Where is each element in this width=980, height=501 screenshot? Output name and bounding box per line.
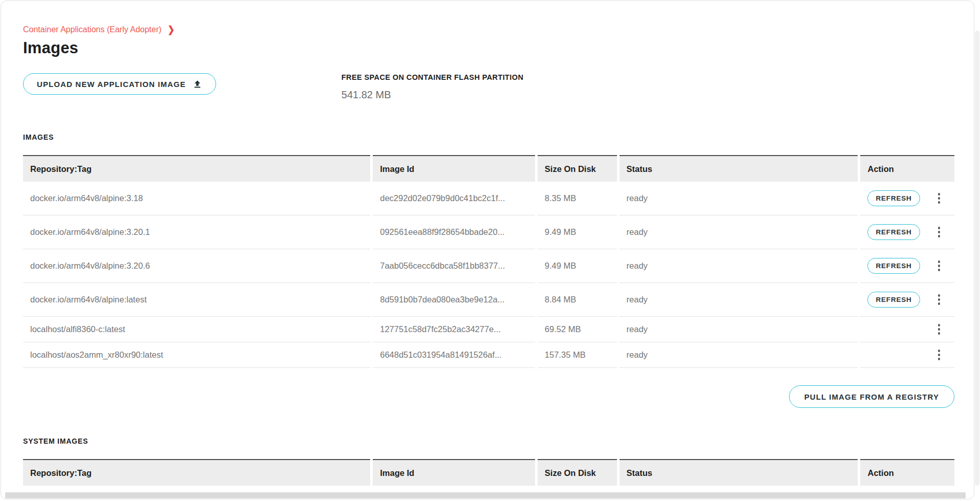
- images-section-title: IMAGES: [23, 133, 954, 141]
- free-space-block: FREE SPACE ON CONTAINER FLASH PARTITION …: [342, 73, 524, 101]
- cell-status: ready: [620, 249, 858, 283]
- column-header-status: Status: [620, 155, 858, 182]
- system-images-table-header-row: Repository:Tag Image Id Size On Disk Sta…: [23, 459, 954, 486]
- table-row: localhost/alfi8360-c:latest 127751c58d7f…: [23, 317, 954, 342]
- table-row: localhost/aos2amm_xr80xr90:latest 6648d5…: [23, 342, 954, 368]
- cell-action: REFRESH: [860, 283, 954, 317]
- cell-action: REFRESH: [860, 182, 954, 215]
- main-panel: Container Applications (Early Adopter) ❯…: [1, 1, 974, 499]
- column-header-status: Status: [620, 459, 858, 486]
- cell-image-id: 127751c58d7fc25b2ac34277e...: [373, 317, 535, 342]
- refresh-button[interactable]: REFRESH: [867, 224, 920, 240]
- cell-action: [860, 342, 954, 368]
- column-header-repository-tag: Repository:Tag: [23, 155, 370, 182]
- images-table-wrap: Repository:Tag Image Id Size On Disk Sta…: [20, 155, 957, 368]
- more-vert-icon[interactable]: [936, 191, 943, 206]
- more-vert-icon[interactable]: [936, 347, 943, 362]
- column-header-repository-tag: Repository:Tag: [23, 459, 370, 486]
- cell-repository-tag: docker.io/arm64v8/alpine:latest: [23, 283, 370, 317]
- cell-size-on-disk: 157.35 MB: [538, 342, 617, 368]
- system-images-section-title: SYSTEM IMAGES: [23, 437, 954, 445]
- cell-repository-tag: docker.io/arm64v8/alpine:3.20.6: [23, 249, 370, 283]
- toolbar: UPLOAD NEW APPLICATION IMAGE FREE SPACE …: [23, 73, 954, 101]
- cell-size-on-disk: 9.49 MB: [538, 215, 617, 249]
- pull-button-row: PULL IMAGE FROM A REGISTRY: [23, 385, 954, 408]
- upload-button-label: UPLOAD NEW APPLICATION IMAGE: [37, 80, 186, 89]
- column-header-image-id: Image Id: [373, 459, 535, 486]
- more-vert-icon[interactable]: [936, 292, 943, 307]
- cell-action: REFRESH: [860, 249, 954, 283]
- cell-status: ready: [620, 215, 858, 249]
- cell-size-on-disk: 9.49 MB: [538, 249, 617, 283]
- cell-repository-tag: localhost/aos2amm_xr80xr90:latest: [23, 342, 370, 368]
- upload-icon: [193, 79, 202, 89]
- cell-status: ready: [620, 317, 858, 342]
- pull-image-from-registry-button[interactable]: PULL IMAGE FROM A REGISTRY: [789, 385, 954, 408]
- cell-image-id: 7aab056cecc6dbca58f1bb8377...: [373, 249, 535, 283]
- table-row: docker.io/arm64v8/alpine:3.20.1 092561ee…: [23, 215, 954, 249]
- horizontal-scrollbar[interactable]: [5, 492, 966, 498]
- more-vert-icon[interactable]: [936, 225, 943, 239]
- table-row: docker.io/arm64v8/alpine:3.18 dec292d02e…: [23, 182, 954, 215]
- column-header-action: Action: [860, 459, 954, 486]
- table-row: docker.io/arm64v8/alpine:latest 8d591b0b…: [23, 283, 954, 317]
- cell-image-id: dec292d02e079b9d0c41bc2c1f...: [373, 182, 535, 215]
- cell-action: [860, 317, 954, 342]
- cell-repository-tag: docker.io/arm64v8/alpine:3.20.1: [23, 215, 370, 249]
- refresh-button[interactable]: REFRESH: [867, 292, 920, 308]
- system-images-table-wrap: Repository:Tag Image Id Size On Disk Sta…: [20, 459, 957, 486]
- cell-image-id: 8d591b0b7dea080ea3be9e12a...: [373, 283, 535, 317]
- more-vert-icon[interactable]: [936, 322, 943, 337]
- cell-size-on-disk: 69.52 MB: [538, 317, 617, 342]
- column-header-size-on-disk: Size On Disk: [538, 155, 617, 182]
- cell-size-on-disk: 8.84 MB: [538, 283, 617, 317]
- system-images-table: Repository:Tag Image Id Size On Disk Sta…: [20, 459, 957, 486]
- cell-status: ready: [620, 182, 858, 215]
- breadcrumb-chevron-icon: ❯: [167, 24, 174, 35]
- column-header-size-on-disk: Size On Disk: [538, 459, 617, 486]
- cell-image-id: 092561eea88f9f28654bbade20...: [373, 215, 535, 249]
- cell-image-id: 6648d51c031954a81491526af...: [373, 342, 535, 368]
- free-space-value: 541.82 MB: [342, 89, 524, 101]
- cell-repository-tag: docker.io/arm64v8/alpine:3.18: [23, 182, 370, 215]
- cell-action: REFRESH: [860, 215, 954, 249]
- vertical-scrollbar[interactable]: [975, 31, 979, 486]
- breadcrumb: Container Applications (Early Adopter) ❯: [23, 25, 954, 34]
- page-title: Images: [23, 39, 954, 57]
- free-space-label: FREE SPACE ON CONTAINER FLASH PARTITION: [342, 73, 524, 81]
- refresh-button[interactable]: REFRESH: [867, 258, 920, 274]
- column-header-action: Action: [860, 155, 954, 182]
- cell-size-on-disk: 8.35 MB: [538, 182, 617, 215]
- breadcrumb-link-container-applications[interactable]: Container Applications (Early Adopter): [23, 25, 161, 34]
- cell-repository-tag: localhost/alfi8360-c:latest: [23, 317, 370, 342]
- upload-new-application-image-button[interactable]: UPLOAD NEW APPLICATION IMAGE: [23, 73, 216, 95]
- images-table: Repository:Tag Image Id Size On Disk Sta…: [20, 155, 957, 368]
- more-vert-icon[interactable]: [936, 258, 943, 273]
- refresh-button[interactable]: REFRESH: [867, 190, 920, 206]
- cell-status: ready: [620, 342, 858, 368]
- cell-status: ready: [620, 283, 858, 317]
- column-header-image-id: Image Id: [373, 155, 535, 182]
- table-row: docker.io/arm64v8/alpine:3.20.6 7aab056c…: [23, 249, 954, 283]
- images-table-header-row: Repository:Tag Image Id Size On Disk Sta…: [23, 155, 954, 182]
